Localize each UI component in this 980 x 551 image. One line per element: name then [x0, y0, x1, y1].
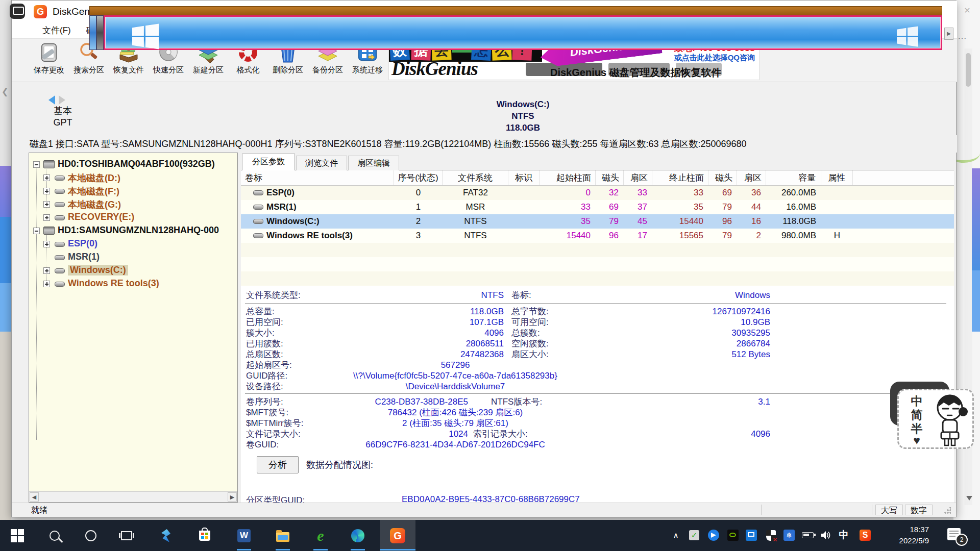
disk-icon — [43, 227, 55, 235]
col-start-sector[interactable]: 扇区 — [624, 170, 652, 185]
tree-horizontal-scrollbar[interactable]: ◀ ▶ — [29, 491, 237, 502]
col-start-cyl[interactable]: 起始柱面 — [540, 170, 596, 185]
prev-disk-arrow-icon[interactable] — [48, 95, 55, 105]
tray-snowflake-icon[interactable]: ❄ — [782, 529, 796, 542]
tree-item-local-f[interactable]: 本地磁盘(F:) — [29, 184, 237, 197]
tree-item-windows-re[interactable]: Windows RE tools(3) — [29, 277, 237, 290]
tree-item-esp[interactable]: ESP(0) — [29, 237, 237, 251]
screen: ❮ ✕ … G DiskGenius V5.4.3.1342 x64 ─ ✕ ←… — [0, 0, 980, 551]
ime-cartoon-figure — [932, 392, 970, 446]
tab-strip: 分区参数 浏览文件 扇区编辑 — [241, 153, 954, 170]
divider — [872, 505, 872, 515]
tree-item-local-g[interactable]: 本地磁盘(G:) — [29, 197, 237, 211]
menu-file[interactable]: 文件(F) — [35, 23, 79, 38]
tray-chevron-icon[interactable]: ∧ — [669, 529, 682, 542]
banner-qq-link[interactable]: 或点击此处选择QQ咨询 — [612, 53, 755, 63]
col-start-head[interactable]: 磁头 — [596, 170, 624, 185]
analyze-button[interactable]: 分析 — [257, 456, 299, 473]
tray-power-icon[interactable] — [801, 529, 814, 542]
tree-item-hd1[interactable]: HD1:SAMSUNGMZNLN128HAHQ-000 — [29, 224, 237, 237]
word-icon[interactable]: W — [235, 527, 253, 544]
tray-volume-icon[interactable] — [819, 529, 832, 542]
save-changes-button[interactable]: 保存更改 — [29, 40, 69, 81]
tray-check-icon[interactable]: ✓ — [688, 529, 701, 542]
ime-heart-icon: ♥ — [909, 434, 924, 447]
tab-partition-params[interactable]: 分区参数 — [242, 154, 295, 170]
collapse-icon[interactable] — [33, 228, 40, 234]
next-disk-arrow-icon[interactable] — [59, 95, 65, 105]
active-indicator — [380, 549, 415, 550]
expand-icon[interactable] — [43, 241, 50, 247]
taskbar-search-icon[interactable] — [46, 527, 63, 544]
disk-scheme-label: GPT — [41, 117, 84, 128]
scroll-left-icon[interactable]: ◀ — [30, 492, 39, 502]
tray-sogou-icon[interactable]: S — [859, 529, 872, 542]
tree-item-local-d[interactable]: 本地磁盘(D:) — [29, 171, 237, 184]
tree-item-recovery-e[interactable]: RECOVERY(E:) — [29, 211, 237, 224]
tree-item-msr[interactable]: MSR(1) — [29, 251, 237, 264]
tree-item-windows-c[interactable]: Windows(C:) — [29, 264, 237, 277]
banner-tagline: DiskGenius 磁盘管理及数据恢复软件 — [550, 66, 724, 80]
partition-icon — [55, 282, 65, 287]
windows-logo-icon — [895, 26, 920, 47]
col-fs[interactable]: 文件系统 — [443, 170, 508, 185]
table-row-windows-re[interactable]: Windows RE tools(3) 3 NTFS 15440 96 17 1… — [241, 229, 954, 243]
table-row-msr[interactable]: MSR(1) 1 MSR 33 69 37 35 79 44 16.0MB — [241, 200, 954, 214]
background-more-icon[interactable]: … — [958, 31, 973, 41]
collapse-icon[interactable] — [33, 161, 40, 168]
tab-sector-edit[interactable]: 扇区编辑 — [348, 156, 399, 170]
tray-ime-indicator[interactable]: 中 — [837, 529, 850, 542]
col-capacity[interactable]: 容量 — [766, 170, 821, 185]
microsoft-store-icon[interactable] — [196, 527, 213, 544]
diskbar-partition-esp[interactable] — [89, 15, 96, 50]
cortana-icon[interactable] — [82, 527, 100, 544]
ime-status-widget[interactable]: 中 简 半 ♥ — [897, 389, 974, 449]
task-view-icon[interactable] — [118, 527, 135, 544]
save-icon — [38, 41, 60, 64]
col-end-sector[interactable]: 扇区 — [737, 170, 766, 185]
col-end-head[interactable]: 磁头 — [708, 170, 737, 185]
file-explorer-icon[interactable] — [274, 527, 291, 544]
partition-size-label: 118.0GB — [104, 123, 942, 133]
edge-icon[interactable] — [349, 527, 366, 544]
desktop-chevron-left-icon: ❮ — [2, 87, 8, 96]
taskbar-app-flame-icon[interactable] — [157, 527, 175, 544]
tray-security-shield-icon[interactable] — [764, 529, 777, 542]
table-row-windows-c-selected[interactable]: Windows(C:) 2 NTFS 35 79 45 15440 96 16 … — [241, 214, 954, 229]
partition-icon — [253, 233, 263, 238]
col-attr[interactable]: 属性 — [821, 170, 853, 185]
expand-icon[interactable] — [43, 267, 50, 274]
expand-icon[interactable] — [43, 201, 50, 208]
partition-icon — [55, 255, 65, 260]
partition-icon — [253, 205, 263, 210]
taskbar-clock[interactable]: 18:37 2022/5/9 — [882, 524, 929, 546]
col-flag[interactable]: 标识 — [508, 170, 540, 185]
table-row-empty — [241, 243, 954, 257]
expand-icon[interactable] — [43, 281, 50, 287]
speaker-icon — [821, 531, 831, 540]
browser-e-icon[interactable]: e — [312, 527, 329, 544]
resize-grip[interactable] — [944, 507, 951, 514]
tab-browse-files[interactable]: 浏览文件 — [296, 156, 347, 170]
tray-nvidia-icon[interactable] — [726, 529, 740, 542]
tray-blue-app-icon[interactable] — [707, 529, 720, 542]
table-row-esp[interactable]: ESP(0) 0 FAT32 0 32 33 33 69 36 260.0MB — [241, 186, 954, 200]
background-scroll-down-icon[interactable] — [966, 496, 972, 504]
expand-icon[interactable] — [43, 188, 50, 194]
tray-intel-graphics-icon[interactable] — [745, 529, 758, 542]
col-volume[interactable]: 卷标 — [241, 170, 394, 185]
tree-item-hd0[interactable]: HD0:TOSHIBAMQ04ABF100(932GB) — [29, 158, 237, 171]
scroll-right-icon[interactable]: ▶ — [228, 492, 237, 502]
background-close-icon[interactable]: ✕ — [961, 5, 974, 16]
expand-icon[interactable] — [43, 214, 50, 221]
start-button[interactable] — [9, 527, 26, 544]
expand-icon[interactable] — [43, 174, 50, 181]
running-indicator — [313, 549, 328, 550]
diskbar-partition-windows-c[interactable] — [104, 15, 942, 50]
diskgenius-taskbar-icon[interactable]: G — [389, 527, 406, 544]
background-scrollbar-thumb[interactable] — [966, 53, 971, 87]
diskbar-scroll-right-icon[interactable]: ▶ — [944, 28, 953, 40]
col-seq[interactable]: 序号(状态) — [394, 170, 443, 185]
diskbar-partition-msr[interactable] — [96, 15, 104, 50]
col-end-cyl[interactable]: 终止柱面 — [652, 170, 708, 185]
